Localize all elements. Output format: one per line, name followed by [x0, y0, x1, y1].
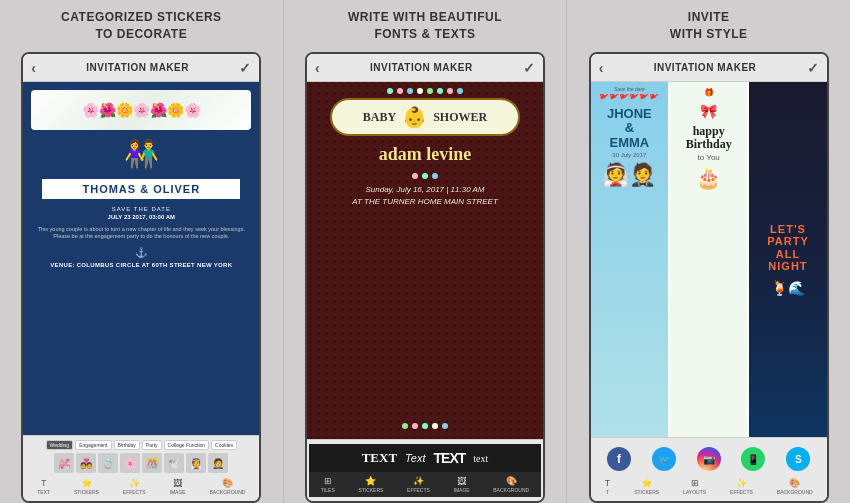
dot-b1	[402, 423, 408, 429]
gift-icon: 🎀	[700, 103, 717, 119]
back-arrow-3[interactable]: ‹	[599, 60, 604, 76]
sticker-6[interactable]: 🕊️	[164, 453, 184, 473]
stickers2-icon: ⭐	[365, 476, 376, 486]
stickers-label: STICKERS	[74, 489, 99, 495]
effects3-icon: ✨	[736, 478, 747, 488]
sticker-8[interactable]: 🤵	[208, 453, 228, 473]
sticker-4[interactable]: 🌸	[120, 453, 140, 473]
dot-b3	[422, 423, 428, 429]
bg3-label: BACKGROUND	[777, 489, 813, 495]
text-bottom-toolbar: ⊞ TILES ⭐ STICKERS ✨ EFFECTS 🖼 IMAGE	[309, 472, 541, 497]
effects-label: EFFECTS	[123, 489, 146, 495]
facebook-icon[interactable]: f	[607, 447, 631, 471]
phone-header-2: ‹ INVITATION MAKER ✓	[307, 54, 543, 82]
text-style-italic[interactable]: Text	[405, 452, 425, 464]
invite-date: 30 July 2017	[612, 152, 646, 158]
baby-banner-right: SHOWER	[433, 110, 487, 125]
text-style-script[interactable]: text	[473, 453, 488, 464]
dot-1	[387, 88, 393, 94]
stickers3-label: STICKERS	[634, 489, 659, 495]
panel-3-title: INVITE WITH STYLE	[660, 0, 758, 52]
dot-b4	[432, 423, 438, 429]
baby-name: adam levine	[379, 144, 472, 165]
check-1[interactable]: ✓	[239, 60, 251, 76]
baby-date: Sunday, July 16, 2017 | 11:30 AM	[365, 185, 484, 194]
stickers2-label: STICKERS	[358, 487, 383, 493]
main-container: CATEGORIZED STICKERS TO DECORATE ‹ INVIT…	[0, 0, 850, 503]
effects-icon: ✨	[129, 478, 140, 488]
toolbar-bg-3[interactable]: 🎨 BACKGROUND	[777, 478, 813, 495]
tab-party[interactable]: Party	[142, 440, 162, 450]
bg3-icon: 🎨	[789, 478, 800, 488]
sticker-2[interactable]: 💑	[76, 453, 96, 473]
toolbar-stickers-2[interactable]: ⭐ STICKERS	[358, 476, 383, 493]
phone-bottom-1: Wedding Engagement Birthday Party Colleg…	[23, 435, 259, 501]
toolbar-bg-1[interactable]: 🎨 BACKGROUND	[210, 478, 246, 495]
check-2[interactable]: ✓	[523, 60, 535, 76]
instagram-icon[interactable]: 📷	[697, 447, 721, 471]
toolbar-image-1[interactable]: 🖼 IMAGE	[170, 478, 186, 495]
toolbar-stickers-1[interactable]: ⭐ STICKERS	[74, 478, 99, 495]
dot-4	[417, 88, 423, 94]
party-text: LET'S PARTY ALL NIGHT	[767, 223, 808, 271]
tab-college[interactable]: College Function	[164, 440, 210, 450]
dot-6	[437, 88, 443, 94]
baby-icon: 👶	[402, 105, 427, 129]
tab-engagement[interactable]: Engagement	[75, 440, 111, 450]
panel-2-title: WRITE WITH BEAUTIFUL FONTS & TEXTS	[338, 0, 512, 52]
wedding-date-text: JULY 23 2017, 03:00 AM	[108, 213, 176, 221]
dot-3	[407, 88, 413, 94]
panel-stickers: CATEGORIZED STICKERS TO DECORATE ‹ INVIT…	[0, 0, 284, 503]
toolbar-text-1[interactable]: T TEXT	[37, 478, 50, 495]
toolbar-effects-1[interactable]: ✨ EFFECTS	[123, 478, 146, 495]
tiles-label: TILES	[321, 487, 335, 493]
toolbar-tiles[interactable]: ⊞ TILES	[321, 476, 335, 493]
dot-m2	[422, 173, 428, 179]
tab-birthday[interactable]: Birthday	[114, 440, 140, 450]
cake-image: 🎂	[696, 166, 721, 190]
dot-m1	[412, 173, 418, 179]
text-style-serif[interactable]: TEXT	[362, 450, 397, 466]
sticker-1[interactable]: 💒	[54, 453, 74, 473]
sticker-5[interactable]: 🎊	[142, 453, 162, 473]
save-date-label: SAVE THE DATE	[108, 205, 176, 213]
whatsapp-icon[interactable]: 📱	[741, 447, 765, 471]
baby-banner-left: BABY	[363, 110, 396, 125]
phone-bottom-3: f 🐦 📷 📱 S T T ⭐ STICKERS	[591, 437, 827, 501]
dot-8	[457, 88, 463, 94]
skype-icon[interactable]: S	[786, 447, 810, 471]
wedding-card: 🌸🌺🌼🌸🌺🌼🌸 👫 THOMAS & OLIVER SAVE THE DATE …	[23, 82, 259, 435]
to-you-text: to You	[698, 153, 720, 162]
bg2-label: BACKGROUND	[493, 487, 529, 493]
image-label: IMAGE	[170, 489, 186, 495]
dot-5	[427, 88, 433, 94]
toolbar-stickers-3[interactable]: ⭐ STICKERS	[634, 478, 659, 495]
phone-mockup-3: ‹ INVITATION MAKER ✓ Save the date 🚩🚩🚩🚩🚩…	[589, 52, 829, 503]
toolbar-text-3[interactable]: T T	[605, 478, 611, 495]
wedding-flowers: 🌸🌺🌼🌸🌺🌼🌸	[31, 90, 251, 130]
phone-bottom-2: TEXT Text TEXT text ⊞ TILES ⭐ STICKERS	[307, 439, 543, 501]
dots-mid	[412, 173, 438, 179]
dot-b5	[442, 423, 448, 429]
sticker-7[interactable]: 👰	[186, 453, 206, 473]
toolbar-bg-2[interactable]: 🎨 BACKGROUND	[493, 476, 529, 493]
text-style-bold[interactable]: TEXT	[434, 450, 466, 466]
toolbar-effects-2[interactable]: ✨ EFFECTS	[407, 476, 430, 493]
back-arrow-2[interactable]: ‹	[315, 60, 320, 76]
phone-mockup-2: ‹ INVITATION MAKER ✓	[305, 52, 545, 503]
wedding-card-inner: 🌸🌺🌼🌸🌺🌼🌸 👫 THOMAS & OLIVER SAVE THE DATE …	[23, 82, 259, 435]
toolbar-image-2[interactable]: 🖼 IMAGE	[454, 476, 470, 493]
check-3[interactable]: ✓	[807, 60, 819, 76]
tab-cookies[interactable]: Cookies	[211, 440, 237, 450]
sticker-grid: 💒 💑 💍 🌸 🎊 🕊️ 👰 🤵	[25, 453, 257, 473]
twitter-icon[interactable]: 🐦	[652, 447, 676, 471]
back-arrow-1[interactable]: ‹	[31, 60, 36, 76]
invite-card-birthday: 🎁 🎀 happyBirthday to You 🎂	[670, 82, 747, 437]
bg2-icon: 🎨	[506, 476, 517, 486]
sticker-3[interactable]: 💍	[98, 453, 118, 473]
dot-b2	[412, 423, 418, 429]
toolbar-layouts-3[interactable]: ⊞ LAYOUTS	[683, 478, 706, 495]
toolbar-effects-3[interactable]: ✨ EFFECTS	[730, 478, 753, 495]
couple-image: 👰🤵	[602, 162, 656, 188]
tab-wedding[interactable]: Wedding	[46, 440, 74, 450]
